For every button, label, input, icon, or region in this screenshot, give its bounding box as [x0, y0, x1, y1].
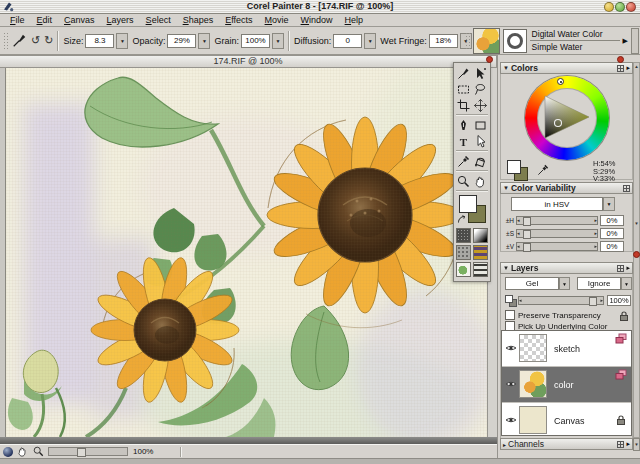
weave-selector[interactable]: [473, 245, 488, 260]
palette-grid-icon[interactable]: [617, 441, 624, 448]
lock-icon[interactable]: [619, 310, 629, 322]
palette-grid-icon[interactable]: [623, 185, 630, 192]
opacity-input[interactable]: 29%: [167, 34, 196, 48]
menu-file[interactable]: File: [4, 15, 31, 25]
grabber-icon[interactable]: [16, 446, 29, 458]
visibility-eye-icon[interactable]: [505, 344, 517, 352]
menu-edit[interactable]: Edit: [31, 15, 59, 25]
crop-tool[interactable]: [455, 97, 472, 113]
toolbox-close-dot[interactable]: [486, 56, 493, 63]
palette-close-dot[interactable]: [617, 56, 624, 63]
diffusion-dropdown-arrow-icon[interactable]: ▼: [364, 33, 376, 49]
layer-adjuster-tool[interactable]: [472, 65, 489, 81]
composite-method-arrow-icon[interactable]: ▼: [559, 277, 570, 290]
brush-variant-name[interactable]: Simple Water: [530, 41, 620, 53]
palette-grid-icon[interactable]: [617, 265, 624, 272]
composite-depth-select[interactable]: Ignore: [577, 277, 621, 290]
variability-mode-select[interactable]: in HSV: [511, 197, 603, 211]
layer-opacity-value[interactable]: 100%: [607, 295, 631, 306]
channels-panel-header[interactable]: ▸ Channels ▸: [500, 438, 633, 450]
pattern-selector[interactable]: [456, 245, 471, 260]
scroll-up-icon[interactable]: ▲: [634, 64, 639, 69]
color-variability-header[interactable]: ▼ Color Variability: [500, 182, 633, 194]
minimize-button[interactable]: [604, 2, 614, 12]
magnifier-icon[interactable]: [32, 446, 45, 458]
document-titlebar[interactable]: 174.RIF @ 100%: [0, 55, 497, 68]
selection-adjuster-tool[interactable]: [472, 97, 489, 113]
sv-triangle[interactable]: [542, 94, 592, 140]
brush-category-button[interactable]: [473, 28, 500, 54]
wet-fringe-input[interactable]: 18%: [429, 34, 458, 48]
layer-row-canvas[interactable]: Canvas: [502, 403, 631, 439]
canvas-horizontal-scrollbar[interactable]: [0, 437, 497, 444]
magnifier-tool[interactable]: [455, 173, 472, 189]
close-button[interactable]: [626, 2, 636, 12]
layer-opacity-slider[interactable]: ◂▸: [518, 296, 604, 305]
visibility-eye-icon[interactable]: [505, 416, 517, 424]
layers-panel-header[interactable]: ▼ Layers ▸: [500, 262, 633, 274]
collapse-arrow-icon[interactable]: ▼: [503, 265, 509, 271]
rectangular-select-tool[interactable]: [455, 81, 472, 97]
hue-variability-slider[interactable]: ◂▸: [516, 216, 598, 225]
palette-flyout-arrow-icon[interactable]: ▸: [626, 64, 630, 72]
redo-icon[interactable]: ↻: [44, 34, 53, 47]
variability-mode-dropdown-arrow-icon[interactable]: ▼: [603, 197, 615, 211]
brush-selector-edge-handle[interactable]: [631, 28, 639, 54]
main-color-swatch[interactable]: [459, 195, 477, 213]
zoom-slider[interactable]: [48, 447, 128, 456]
maximize-button[interactable]: [615, 2, 625, 12]
text-tool[interactable]: T: [455, 133, 472, 149]
palette-scroll-rail[interactable]: ▲ ▼: [633, 62, 640, 438]
hue-variability-value[interactable]: 0%: [600, 215, 624, 226]
layer-name[interactable]: Canvas: [554, 416, 585, 426]
layer-thumbnail[interactable]: [519, 370, 547, 398]
colors-panel-header[interactable]: ▼ Colors ▸: [500, 62, 633, 74]
zoom-slider-thumb[interactable]: [77, 448, 86, 457]
menu-movie[interactable]: Movie: [259, 15, 295, 25]
saturation-variability-value[interactable]: 0%: [600, 228, 624, 239]
saturation-variability-slider[interactable]: ◂▸: [516, 229, 598, 238]
pen-tool[interactable]: [455, 117, 472, 133]
layer-name[interactable]: color: [554, 380, 574, 390]
scroll-down-icon[interactable]: ▼: [634, 221, 639, 226]
eyedropper-icon[interactable]: [537, 164, 549, 176]
brush-tool[interactable]: [455, 65, 472, 81]
grain-input[interactable]: 100%: [241, 34, 270, 48]
composite-method-select[interactable]: Gel: [505, 277, 559, 290]
size-dropdown-arrow-icon[interactable]: ▼: [116, 33, 128, 49]
palette-flyout-arrow-icon[interactable]: ▸: [626, 440, 630, 448]
canvas[interactable]: [6, 68, 487, 437]
composite-depth-arrow-icon[interactable]: ▼: [621, 277, 632, 290]
menu-window[interactable]: Window: [295, 15, 339, 25]
undo-icon[interactable]: ↺: [31, 34, 40, 47]
brush-dab-button[interactable]: [503, 29, 527, 53]
rectangle-shape-tool[interactable]: [472, 117, 489, 133]
panel-color-swatches[interactable]: [507, 160, 529, 180]
menu-layers[interactable]: Layers: [101, 15, 140, 25]
menu-effects[interactable]: Effects: [219, 15, 258, 25]
value-variability-value[interactable]: 0%: [600, 241, 624, 252]
menu-canvas[interactable]: Canvas: [58, 15, 101, 25]
grabber-tool[interactable]: [472, 173, 489, 189]
layer-name[interactable]: sketch: [554, 344, 580, 354]
paint-bucket-tool[interactable]: [472, 153, 489, 169]
menu-shapes[interactable]: Shapes: [177, 15, 220, 25]
expand-arrow-icon[interactable]: ▸: [503, 441, 506, 448]
lasso-tool[interactable]: [472, 81, 489, 97]
channels-dropdown-arrow-icon[interactable]: ▼: [633, 438, 640, 451]
value-variability-slider[interactable]: ◂▸: [516, 242, 598, 251]
collapse-arrow-icon[interactable]: ▼: [503, 185, 509, 191]
visibility-eye-icon[interactable]: [505, 380, 517, 388]
preserve-transparency-checkbox[interactable]: [505, 310, 515, 320]
property-bar-grip[interactable]: [3, 32, 8, 50]
brush-category-name[interactable]: Digital Water Color: [530, 28, 620, 41]
paper-selector[interactable]: [456, 228, 471, 243]
palette-close-dot[interactable]: [633, 251, 640, 258]
brush-flyout-arrow-icon[interactable]: ▶: [623, 37, 628, 45]
layer-thumbnail[interactable]: [519, 334, 547, 362]
layer-row-sketch[interactable]: sketch: [502, 331, 631, 367]
opacity-dropdown-arrow-icon[interactable]: ▼: [198, 33, 210, 49]
size-input[interactable]: 8.3: [85, 34, 114, 48]
swap-colors-icon[interactable]: [457, 215, 466, 224]
diffusion-input[interactable]: 0: [333, 34, 362, 48]
